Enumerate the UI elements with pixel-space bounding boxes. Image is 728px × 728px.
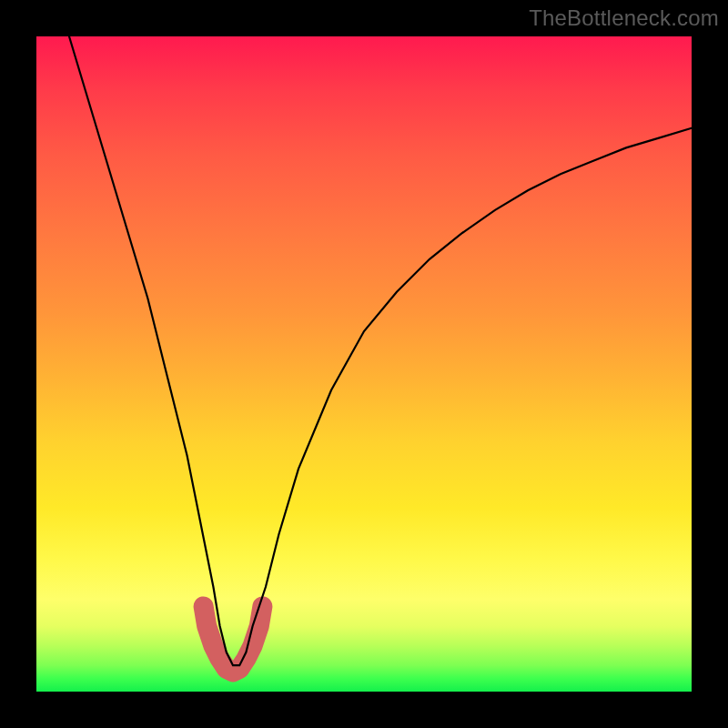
chart-svg xyxy=(36,36,692,692)
chart-area xyxy=(36,36,692,692)
outer-frame: TheBottleneck.com xyxy=(0,0,728,728)
bottleneck-marker xyxy=(204,606,263,672)
watermark-text: TheBottleneck.com xyxy=(529,5,719,31)
bottleneck-curve xyxy=(69,36,692,665)
